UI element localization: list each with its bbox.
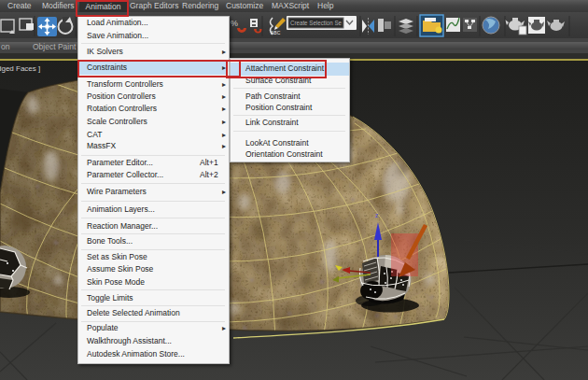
svg-text:ABC: ABC (271, 30, 281, 35)
svg-text:z: z (375, 212, 379, 218)
svg-text:Create Selection Se: Create Selection Se (290, 20, 342, 26)
svg-text:%: % (231, 19, 238, 28)
